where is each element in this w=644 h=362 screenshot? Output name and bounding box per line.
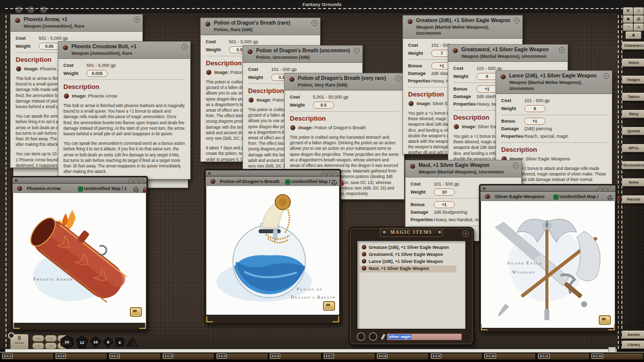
magic-items-title-plaque[interactable]: MAGIC ITEMS xyxy=(380,228,443,237)
hotkey-slot[interactable]: S-C-6 xyxy=(269,353,321,360)
close-icon[interactable]: × xyxy=(462,230,469,237)
hotkey-slot[interactable]: S-C-10 xyxy=(483,353,536,360)
list-item[interactable]: Greataxe (2d6), +1 Silver Eagle Weapon xyxy=(359,244,463,251)
sidebar-button-characters[interactable]: Characters xyxy=(622,41,644,50)
d8-die[interactable]: 8 xyxy=(103,336,114,348)
lock-icon[interactable] xyxy=(616,194,621,199)
hotkey-slot[interactable]: S-C-2 xyxy=(54,353,107,360)
list-item[interactable]: Lance (2d6), +1 Silver Eagle Weapon xyxy=(359,258,463,265)
modifier-chip[interactable]: -1 xyxy=(32,342,44,349)
pin-icon[interactable] xyxy=(485,194,490,199)
dice-tool-icon[interactable]: ◆ xyxy=(623,15,633,23)
bonus-field[interactable]: +1 xyxy=(524,118,545,125)
search-input[interactable]: silver eagle xyxy=(387,333,462,340)
sidebar-button-npcs[interactable]: NPCs xyxy=(622,144,644,152)
edit-pencil-icon[interactable] xyxy=(380,334,385,340)
player-view-icon[interactable] xyxy=(607,194,613,199)
view-button[interactable] xyxy=(369,332,377,341)
hotkey-slot[interactable]: S-C-9 xyxy=(430,353,482,360)
close-icon[interactable]: × xyxy=(311,20,317,26)
image-titlebar[interactable]: Silver-Eagle-Weapons Unidentified Map / xyxy=(480,192,615,202)
identified-badge-icon[interactable] xyxy=(553,195,558,200)
hotkey-slot[interactable]: S-C-7 xyxy=(323,353,375,360)
window-control-zoom[interactable] xyxy=(40,6,47,14)
pin-icon[interactable] xyxy=(17,186,22,191)
close-icon[interactable]: × xyxy=(182,44,188,50)
sidebar-button-images[interactable]: Images xyxy=(622,75,644,84)
d6-die[interactable]: 6 xyxy=(115,337,124,346)
list-item-selected[interactable]: Maul, +1 Silver Eagle Weapon xyxy=(359,265,456,273)
image-titlebar[interactable]: Phoenix-Arrow Unidentified Map / 1 xyxy=(13,184,146,194)
zoom-tool-icon[interactable]: o xyxy=(597,187,602,192)
tokens-tool-icon[interactable]: ✳ xyxy=(623,7,633,15)
modifier-chip[interactable]: +1 xyxy=(32,335,44,342)
identified-badge-icon[interactable] xyxy=(78,187,83,192)
image-link[interactable]: Image: Phoenix Arrow xyxy=(63,93,185,99)
hotkey-slot[interactable]: S-C-3 xyxy=(108,353,161,360)
sidebar-button-quests[interactable]: Quests xyxy=(622,127,644,135)
sidebar-button-library[interactable]: Library xyxy=(622,340,644,349)
eye-tool-icon[interactable]: ◎ xyxy=(633,15,644,23)
close-tool-icon[interactable]: × xyxy=(139,178,144,184)
sidebar-button-parcels[interactable]: Parcels xyxy=(622,195,644,204)
weight-field[interactable]: 0.025 xyxy=(87,70,108,77)
close-icon[interactable]: × xyxy=(514,18,520,24)
weight-field[interactable]: 0.05 xyxy=(39,43,60,50)
image-titlebar[interactable]: Potion-of-Dragon's-Breath Unidentified M… xyxy=(206,176,340,187)
hotkey-slot[interactable]: S-C-1 xyxy=(1,353,54,360)
pin-icon[interactable] xyxy=(15,18,20,23)
zoom-tool-icon[interactable]: o xyxy=(321,171,327,176)
filter-button[interactable] xyxy=(357,332,365,341)
character-select-button[interactable]: ♟ xyxy=(625,31,641,39)
modifier-ring-icon[interactable] xyxy=(8,332,15,339)
d20-die[interactable]: 20 xyxy=(60,335,74,349)
item-window-titlebar[interactable]: Lance (2d6), +1 Silver Eagle Weapon Weap… xyxy=(496,71,612,94)
modifier-chip[interactable]: -2 xyxy=(45,342,57,349)
bonus-field[interactable]: +1 xyxy=(434,201,455,208)
sidebar-button-encounters[interactable]: Encounters xyxy=(622,161,644,169)
pin-icon[interactable] xyxy=(63,45,68,50)
image-canvas[interactable]: Silver Eagle Weapons xyxy=(481,201,615,328)
pin-icon[interactable] xyxy=(248,49,253,54)
item-window-titlebar[interactable]: Potion of Dragon's Breath (uncommon) Pot… xyxy=(243,46,362,63)
shortcut-button[interactable] xyxy=(130,307,142,317)
close-icon[interactable]: × xyxy=(603,73,609,79)
player-view-icon[interactable] xyxy=(332,178,337,184)
sidebar-button-tables[interactable]: Tables xyxy=(622,93,644,101)
timer-tool-icon[interactable]: ◔ xyxy=(623,23,633,31)
shortcut-button[interactable] xyxy=(323,301,335,311)
weight-field[interactable]: 0.5 xyxy=(313,102,334,109)
item-window-titlebar[interactable]: Greatsword, +1 Silver Eagle Weapon Weapo… xyxy=(448,45,568,62)
draw-tool-icon[interactable]: ? xyxy=(327,171,332,176)
hotkey-slot[interactable]: S-C-12 xyxy=(590,353,643,360)
bonus-field[interactable]: +1 xyxy=(476,85,498,93)
sidebar-button-notes[interactable]: Notes xyxy=(622,58,644,67)
modifier-tool-icon[interactable]: ± xyxy=(633,23,644,31)
d10-die[interactable]: 10 xyxy=(90,336,102,348)
list-item[interactable]: Greatsword, +1 Silver Eagle Weapon xyxy=(359,251,463,258)
notes-tool-icon[interactable]: ≡ xyxy=(633,7,644,15)
hotkey-slot[interactable]: S-C-4 xyxy=(162,353,214,360)
toolbar-dot-icon[interactable] xyxy=(15,179,18,182)
lock-icon[interactable] xyxy=(340,178,344,184)
pin-icon[interactable] xyxy=(289,77,294,82)
pin-icon[interactable] xyxy=(501,74,506,79)
close-tool-icon[interactable]: × xyxy=(333,171,338,176)
d12-die[interactable]: 12 xyxy=(75,335,89,349)
hotkey-slot[interactable]: S-C-8 xyxy=(376,353,429,360)
zoom-tool-icon[interactable]: o xyxy=(128,178,133,184)
hotkey-slot[interactable]: S-C-11 xyxy=(537,353,590,360)
image-canvas[interactable]: Phoenix Arrow xyxy=(13,193,146,323)
close-icon[interactable]: × xyxy=(354,48,360,54)
image-link[interactable]: Image: Potion of Dragon's Breath xyxy=(290,125,399,131)
sidebar-button-story[interactable]: Story xyxy=(622,110,644,118)
item-window-titlebar[interactable]: Maul, +1 Silver Eagle Weapon Weapon (Mar… xyxy=(406,160,521,177)
window-control-close[interactable] xyxy=(15,6,23,14)
pin-icon[interactable] xyxy=(408,19,413,24)
weight-field[interactable]: 6 xyxy=(476,73,498,80)
toolbar-dot-icon[interactable] xyxy=(482,187,486,190)
modifier-chip[interactable]: +2 xyxy=(45,335,57,342)
window-control-minimize[interactable] xyxy=(27,6,35,14)
close-icon[interactable]: × xyxy=(513,162,519,168)
shortcut-button[interactable] xyxy=(599,315,611,325)
